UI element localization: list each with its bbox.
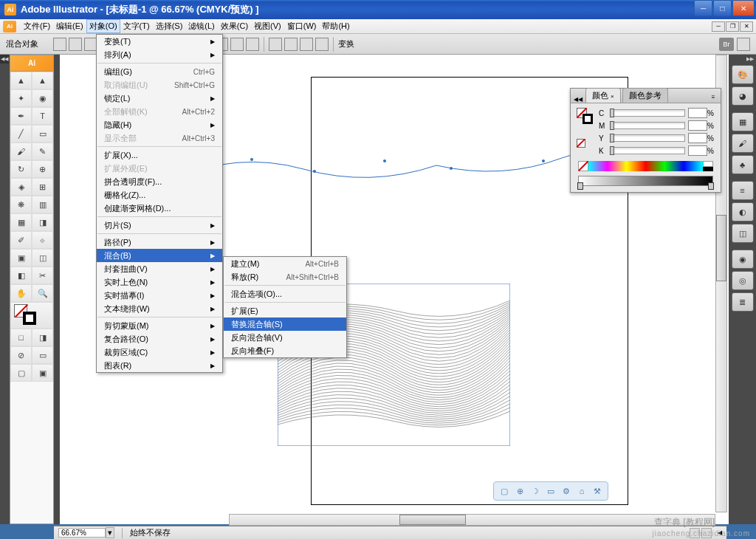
menu-view[interactable]: 视图(V) [251, 19, 284, 33]
nav-btn-2[interactable]: ⊕ [513, 484, 526, 498]
gradient-mode-tool[interactable]: ◨ [32, 329, 53, 346]
menu-item[interactable]: 切片(S)▶ [97, 219, 222, 232]
menu-item[interactable]: 替换混合轴(S) [224, 317, 346, 331]
menu-item[interactable]: 混合选项(O)... [224, 287, 346, 301]
type-tool[interactable]: T [32, 107, 53, 125]
close-button[interactable]: ✕ [732, 0, 755, 16]
menu-item[interactable]: 反向混合轴(V) [224, 331, 346, 344]
panel-close-icon[interactable]: ◀◀ [574, 96, 583, 103]
cyan-slider[interactable] [611, 109, 685, 117]
lasso-tool[interactable]: ◉ [32, 89, 53, 107]
warp-tool[interactable]: ◈ [10, 178, 32, 196]
reflect-tool[interactable]: ⊕ [32, 160, 53, 178]
minimize-button[interactable]: ─ [694, 0, 712, 16]
selection-tool[interactable]: ▲ [10, 72, 32, 89]
color-guide-icon[interactable]: ◕ [732, 86, 754, 106]
doc-restore-button[interactable]: ❐ [726, 21, 739, 32]
distrib-btn-10[interactable] [315, 38, 329, 51]
nav-btn-4[interactable]: ▭ [544, 484, 557, 498]
fill-stroke-tool[interactable] [10, 302, 53, 329]
blend-tool[interactable]: ⟐ [32, 231, 53, 249]
brushes-icon[interactable]: 🖌 [732, 134, 754, 153]
menu-item[interactable]: 文本绕排(W)▶ [97, 302, 222, 315]
symbols-icon[interactable]: ♣ [732, 155, 754, 174]
scrollbar-horizontal[interactable] [229, 514, 715, 526]
pencil-tool[interactable]: ✎ [32, 143, 53, 160]
direct-selection-tool[interactable]: ▲ [32, 72, 53, 89]
transform-label[interactable]: 变换 [338, 38, 354, 49]
menu-filter[interactable]: 滤镜(L) [185, 19, 217, 33]
rectangle-tool[interactable]: ▭ [32, 125, 53, 143]
screen-mode-full[interactable]: ▣ [32, 364, 53, 382]
yellow-input[interactable] [688, 133, 707, 143]
symbol-sprayer-tool[interactable]: ❋ [10, 196, 32, 213]
align-btn-1[interactable] [53, 38, 66, 51]
magenta-input[interactable] [688, 120, 707, 131]
screen-mode-normal[interactable]: ▢ [10, 364, 32, 382]
scissors-tool[interactable]: ✂ [32, 267, 53, 284]
hand-tool[interactable]: ✋ [10, 284, 32, 302]
distrib-btn-8[interactable] [284, 38, 298, 51]
color-panel[interactable]: ◀◀ 颜色 × 颜色参考 ≡ C% M% Y% K% [570, 88, 721, 193]
menu-select[interactable]: 选择(S) [153, 19, 186, 33]
black-slider[interactable] [611, 147, 685, 154]
mesh-tool[interactable]: ▦ [10, 213, 32, 231]
gradient-icon-panel[interactable]: ◐ [732, 202, 754, 222]
eyedropper-tool[interactable]: ✐ [10, 231, 32, 249]
fill-stroke-indicator[interactable] [577, 108, 594, 149]
color-guide-tab[interactable]: 颜色参考 [622, 88, 668, 103]
draw-mode-tool[interactable]: ▭ [32, 346, 53, 364]
menu-item[interactable]: 反向堆叠(F) [224, 344, 346, 357]
nav-btn-1[interactable]: ▢ [498, 484, 511, 498]
graph-tool[interactable]: ▥ [32, 196, 53, 213]
nav-btn-3[interactable]: ☽ [529, 484, 542, 498]
distrib-btn-7[interactable] [269, 38, 282, 51]
dock-collapse-icon[interactable]: ◀◀ [0, 55, 9, 63]
eraser-tool[interactable]: ◧ [10, 267, 32, 284]
menu-item[interactable]: 创建渐变网格(D)... [97, 202, 222, 215]
line-tool[interactable]: ╱ [10, 125, 32, 143]
menu-item[interactable]: 锁定(L)▶ [97, 92, 222, 105]
doc-minimize-button[interactable]: ─ [712, 21, 725, 32]
menu-help[interactable]: 帮助(H) [319, 19, 352, 33]
menu-item[interactable]: 路径(P)▶ [97, 236, 222, 249]
zoom-dropdown-icon[interactable]: ▾ [106, 527, 114, 538]
menu-object[interactable]: 对象(O) [86, 19, 120, 33]
arrange-button[interactable] [737, 38, 750, 51]
menu-item[interactable]: 扩展(X)... [97, 148, 222, 162]
nav-btn-5[interactable]: ⚙ [560, 484, 573, 498]
menu-item[interactable]: 变换(T)▶ [97, 35, 222, 48]
color-picker-icon[interactable]: 🎨 [732, 65, 754, 84]
pen-tool[interactable]: ✒ [10, 107, 32, 125]
maximize-button[interactable]: □ [713, 0, 732, 16]
menu-effect[interactable]: 效果(C) [218, 19, 251, 33]
menu-item[interactable]: 扩展(E) [224, 304, 346, 317]
menu-item[interactable]: 拼合透明度(F)... [97, 175, 222, 188]
transparency-icon-panel[interactable]: ◫ [732, 224, 754, 243]
rotate-tool[interactable]: ↻ [10, 160, 32, 178]
graphic-styles-icon[interactable]: ◉ [732, 250, 754, 269]
bridge-button[interactable]: Br [719, 38, 734, 51]
dock-expand-icon[interactable]: ▶▶ [746, 56, 754, 63]
menu-item[interactable]: 释放(R)Alt+Shift+Ctrl+B [224, 270, 346, 284]
menu-window[interactable]: 窗口(W) [284, 19, 320, 33]
menu-type[interactable]: 文字(T) [120, 19, 153, 33]
menu-item[interactable]: 图表(R)▶ [97, 359, 222, 372]
free-transform-tool[interactable]: ⊞ [32, 178, 53, 196]
nav-btn-6[interactable]: ⌂ [575, 484, 588, 498]
distrib-btn-6[interactable] [246, 38, 259, 51]
menu-item[interactable]: 复合路径(O)▶ [97, 332, 222, 346]
align-btn-2[interactable] [69, 38, 82, 51]
magic-wand-tool[interactable]: ✦ [10, 89, 32, 107]
yellow-slider[interactable] [611, 134, 685, 142]
cyan-input[interactable] [688, 108, 707, 118]
menu-item[interactable]: 实时上色(N)▶ [97, 275, 222, 289]
distrib-btn-5[interactable] [230, 38, 244, 51]
stroke-icon-panel[interactable]: ≡ [732, 181, 754, 200]
zoom-input[interactable]: 66.67% [58, 528, 106, 538]
ai-home-button[interactable]: Ai [3, 21, 16, 32]
live-paint-tool[interactable]: ▣ [10, 249, 32, 267]
panel-menu-icon[interactable]: ≡ [709, 94, 718, 103]
menu-item[interactable]: 建立(M)Alt+Ctrl+B [224, 257, 346, 270]
paintbrush-tool[interactable]: 🖌 [10, 143, 32, 160]
